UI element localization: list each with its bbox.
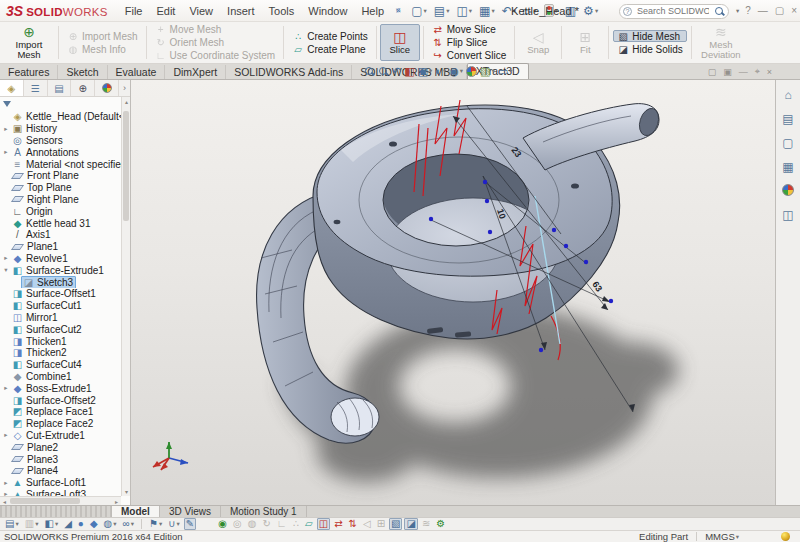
display-tool-7-button[interactable]: ◍▾ [102,518,119,530]
tree-horizontal-scrollbar[interactable]: ◂ ▸ [0,496,121,505]
xtract-slice-button[interactable]: ◫ [317,518,330,530]
close-document-button[interactable]: × [767,67,772,77]
ribbon-move-mesh-button[interactable]: +Move Mesh [151,24,280,36]
tree-item-surface-offset1[interactable]: ◨Surface-Offset1 [0,288,121,300]
menu-edit[interactable]: Edit [149,3,182,19]
search-input[interactable] [635,5,711,17]
xtract-create-points-button[interactable]: ∴ [291,518,301,530]
filter-icon[interactable] [3,101,11,107]
xtract-import-mesh-button[interactable]: ◉ [216,518,229,530]
xtract-mesh-info-button[interactable]: ◎ [231,518,244,530]
tab-evaluate[interactable]: Evaluate [108,65,166,79]
view-settings-button[interactable]: ▭▾ [498,65,513,77]
tree-item-surfacecut2[interactable]: ◧SurfaceCut2 [0,323,121,335]
tree-item-origin[interactable]: ∟Origin [0,205,121,217]
tree-item-plane3[interactable]: Plane3 [0,453,121,465]
tree-item-plane1[interactable]: Plane1 [0,241,121,253]
restore-document-button[interactable]: ▢ [708,67,717,77]
tree-item-plane2[interactable]: Plane2 [0,441,121,453]
expand-arrow-icon[interactable]: ▾ [2,266,10,274]
tree-item-annotations[interactable]: ▸AAnnotations [0,146,121,158]
expand-arrow-icon[interactable]: ▸ [2,254,10,262]
horizontal-scroll-thumb[interactable] [10,498,80,504]
tree-item-cut-extrude1[interactable]: ▸◇Cut-Extrude1 [0,430,121,442]
ribbon-hide-mesh-button[interactable]: ▧Hide Mesh [613,30,687,42]
maximize-document-button[interactable]: ▣ [723,67,732,77]
apply-scene-button[interactable]: ▧▾ [480,65,495,77]
ribbon-convert-slice-button[interactable]: ↪Convert Slice [428,50,510,62]
xtract-create-plane-button[interactable]: ▱ [303,518,315,530]
ribbon-flip-slice-button[interactable]: ⇅Flip Slice [428,37,510,49]
units-selector[interactable]: MMGS ▾ [705,531,739,542]
tree-item-material-not-specified[interactable]: ≡Material <not specified> [0,158,121,170]
tree-item-replace-face1[interactable]: ◩Replace Face1 [0,406,121,418]
display-tool-1-button[interactable]: ▤▾ [3,518,21,530]
tree-item-surfacecut4[interactable]: ◧SurfaceCut4 [0,359,121,371]
dimxpertmanager-tab[interactable]: ⊕ [71,80,95,96]
help-button[interactable]: ? [745,6,751,16]
annotation-tool-2-button[interactable]: ∪▾ [166,518,182,530]
ribbon-hide-solids-button[interactable]: ◪Hide Solids [613,43,687,55]
menu-help[interactable]: Help [354,3,391,19]
propertymanager-tab[interactable]: ☰ [24,80,48,96]
scroll-down-icon[interactable]: ▾ [122,487,131,496]
zoom-to-area-button[interactable] [378,66,389,77]
slice-sketch-tool-button[interactable]: ✎ [184,518,196,530]
tree-item-top-plane[interactable]: Top Plane [0,182,121,194]
design-library-tab[interactable]: ▤ [782,112,793,126]
display-tool-5-button[interactable]: ● [76,518,86,530]
display-tool-3-button[interactable]: ◧▾ [42,518,60,530]
expand-arrow-icon[interactable]: ▸ [2,431,10,439]
ribbon-create-plane-button[interactable]: ▱Create Plane [288,43,372,55]
previous-view-button[interactable]: ↶ [392,65,401,77]
tree-item-plane4[interactable]: Plane4 [0,465,121,477]
expand-arrow-icon[interactable]: ▸ [2,148,10,156]
tree-item-surface-loft3[interactable]: ▸▲Surface-Loft3 [0,489,121,497]
menu-insert[interactable]: Insert [220,3,262,19]
tree-item-mirror1[interactable]: ◫Mirror1 [0,312,121,324]
ribbon-mesh-info-button[interactable]: ◍Mesh Info [63,43,142,55]
menu-file[interactable]: File [118,3,150,19]
quickbar-open-document-button[interactable]: ▤▾ [432,4,452,18]
tree-item-revolve1[interactable]: ▸◆Revolve1 [0,253,121,265]
configurationmanager-tab[interactable]: ▤ [48,80,72,96]
ribbon-orient-mesh-button[interactable]: ↻Orient Mesh [151,37,280,49]
displaymanager-tab[interactable] [95,80,119,96]
ribbon-import-mesh-button[interactable]: ⊕Import Mesh [3,24,55,61]
tree-item-axis1[interactable]: /Axis1 [0,229,121,241]
tree-item-sensors[interactable]: ◎Sensors [0,135,121,147]
menu-view[interactable]: View [182,3,220,19]
tree-item-front-plane[interactable]: Front Plane [0,170,121,182]
scroll-right-icon[interactable]: ▸ [112,497,121,506]
pane-splitter[interactable] [0,506,112,517]
ribbon-import-mesh-small-button[interactable]: ⊕Import Mesh [63,30,142,42]
tab-solidworks-add-ins[interactable]: SOLIDWORKS Add-ins [226,65,352,79]
ribbon-use-coordinate-system-button[interactable]: ∟Use Coordinate System [151,50,280,62]
vertical-scroll-thumb[interactable] [123,111,129,221]
tree-item-kettle-head-31[interactable]: ◆Kettle head 31 [0,217,121,229]
tree-item-thicken2[interactable]: ◨Thicken2 [0,347,121,359]
xtract-hide-mesh-button[interactable]: ▧ [389,518,402,530]
xtract-fit-button[interactable]: ⊞ [375,518,387,530]
section-view-button[interactable]: ◧ [404,65,414,77]
featuremanager-tab[interactable]: ◈ [0,80,24,96]
tree-vertical-scrollbar[interactable]: ▴ ▾ [121,97,130,496]
xtract-settings-button[interactable]: ⚙ [434,518,447,530]
expand-arrow-icon[interactable]: ▸ [2,479,10,487]
ribbon-fit-button[interactable]: ⊞Fit [565,24,605,61]
ribbon-move-slice-button[interactable]: ⇄Move Slice [428,24,510,36]
display-tool-2-button[interactable]: ▥▾ [23,518,41,530]
doc-tab-model[interactable]: Model [112,506,160,517]
ribbon-mesh-deviation-button[interactable]: ≋Mesh Deviation [695,24,747,61]
display-tool-4-button[interactable]: ◢ [62,518,74,530]
pin-menu-icon[interactable]: ⌖ [392,4,405,18]
tree-item-thicken1[interactable]: ◨Thicken1 [0,335,121,347]
scroll-up-icon[interactable]: ▴ [122,97,131,106]
custom-properties-tab[interactable]: ◫ [782,208,793,222]
minimize-document-button[interactable]: — [739,67,748,77]
ribbon-snap-button[interactable]: ◁Snap [518,24,558,61]
zoom-to-fit-button[interactable] [364,66,375,77]
tree-item-boss-extrude1[interactable]: ▸◆Boss-Extrude1 [0,382,121,394]
xtract-hide-solids-button[interactable]: ◪ [404,518,417,530]
display-tool-6-button[interactable]: ◆ [88,518,100,530]
